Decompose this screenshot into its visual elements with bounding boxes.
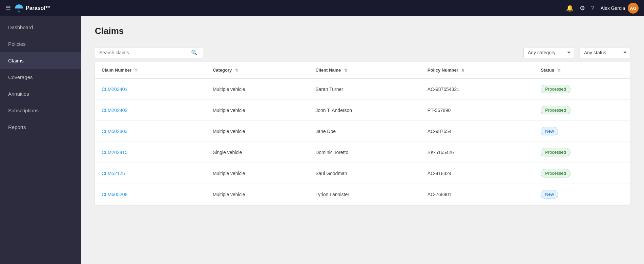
cell-claim-number: CLM52125	[95, 163, 206, 184]
claims-table: Claim Number ⇅ Category ⇅ Client Name ⇅ …	[95, 62, 630, 205]
cell-policy-number: PT-567890	[421, 100, 534, 121]
status-badge: Processed	[541, 85, 570, 93]
topnav-right: 🔔 ⚙ ? Alex Garcia AG	[566, 3, 639, 14]
col-header-client-name[interactable]: Client Name ⇅	[309, 62, 421, 78]
claim-link[interactable]: CLM605208	[102, 192, 127, 197]
status-badge: Processed	[541, 106, 570, 114]
user-menu[interactable]: Alex Garcia AG	[601, 3, 639, 14]
sidebar-item-claims[interactable]: Claims	[0, 52, 81, 69]
sidebar: Dashboard Policies Claims Coverages Annu…	[0, 16, 81, 264]
table-row: CLM202402 Multiple vehicle John T. Ander…	[95, 100, 630, 121]
search-box[interactable]: 🔍	[95, 47, 203, 58]
sort-icon-category: ⇅	[235, 68, 238, 72]
cell-category: Multiple vehicle	[206, 184, 309, 205]
hamburger-menu[interactable]: ☰	[5, 4, 11, 12]
claim-link[interactable]: CLM52125	[102, 171, 125, 176]
col-header-status[interactable]: Status ⇅	[534, 62, 630, 78]
claims-table-container: Claim Number ⇅ Category ⇅ Client Name ⇅ …	[95, 62, 630, 205]
page-title: Claims	[95, 26, 630, 36]
status-badge: New	[541, 127, 558, 135]
toolbar: 🔍 Any category Multiple vehicle Single v…	[81, 42, 644, 62]
avatar: AG	[628, 3, 639, 14]
main-content: Claims 🔍 Any category Multiple vehicle S…	[81, 16, 644, 264]
col-header-claim-number[interactable]: Claim Number ⇅	[95, 62, 206, 78]
cell-claim-number: CLM202415	[95, 142, 206, 163]
cell-status: New	[534, 121, 630, 142]
sort-icon-policy-number: ⇅	[461, 68, 464, 72]
app-name: Parasol™	[26, 5, 51, 11]
cell-claim-number: CLM605208	[95, 184, 206, 205]
cell-client-name: Tyrion Lannister	[309, 184, 421, 205]
table-row: CLM202415 Single vehicle Dominic Toretto…	[95, 142, 630, 163]
status-badge: New	[541, 190, 558, 199]
table-row: CLM502803 Multiple vehicle Jane Doe AC-9…	[95, 121, 630, 142]
cell-category: Multiple vehicle	[206, 100, 309, 121]
notification-icon[interactable]: 🔔	[566, 4, 574, 12]
col-header-policy-number[interactable]: Policy Number ⇅	[421, 62, 534, 78]
cell-category: Multiple vehicle	[206, 78, 309, 100]
sidebar-item-annuities[interactable]: Annuities	[0, 86, 81, 102]
claim-link[interactable]: CLM202401	[102, 87, 127, 92]
top-navigation: ☰ Parasol™ 🔔 ⚙ ? Alex Garcia AG	[0, 0, 644, 16]
cell-category: Multiple vehicle	[206, 163, 309, 184]
cell-status: Processed	[534, 163, 630, 184]
table-row: CLM605208 Multiple vehicle Tyrion Lannis…	[95, 184, 630, 205]
sort-icon-claim-number: ⇅	[135, 68, 138, 72]
sort-icon-status: ⇅	[558, 68, 561, 72]
cell-claim-number: CLM202402	[95, 100, 206, 121]
cell-category: Multiple vehicle	[206, 121, 309, 142]
cell-policy-number: BK-5165426	[421, 142, 534, 163]
cell-client-name: Jane Doe	[309, 121, 421, 142]
table-body: CLM202401 Multiple vehicle Sarah Turner …	[95, 78, 630, 205]
claim-link[interactable]: CLM202402	[102, 108, 127, 113]
page-header: Claims	[81, 16, 644, 42]
cell-policy-number: AC-418324	[421, 163, 534, 184]
sort-icon-client-name: ⇅	[344, 68, 347, 72]
sidebar-item-coverages[interactable]: Coverages	[0, 69, 81, 86]
status-filter[interactable]: Any status Processed New	[580, 47, 630, 58]
category-filter[interactable]: Any category Multiple vehicle Single veh…	[523, 47, 574, 58]
cell-client-name: Sarah Turner	[309, 78, 421, 100]
sidebar-item-dashboard[interactable]: Dashboard	[0, 19, 81, 36]
cell-policy-number: AC-987654	[421, 121, 534, 142]
cell-client-name: Dominic Toretto	[309, 142, 421, 163]
cell-claim-number: CLM502803	[95, 121, 206, 142]
status-badge: Processed	[541, 169, 570, 177]
settings-icon[interactable]: ⚙	[580, 4, 585, 12]
cell-status: Processed	[534, 78, 630, 100]
search-button[interactable]: 🔍	[190, 50, 199, 56]
cell-category: Single vehicle	[206, 142, 309, 163]
avatar-initials: AG	[630, 6, 637, 11]
cell-status: Processed	[534, 100, 630, 121]
sidebar-item-policies[interactable]: Policies	[0, 36, 81, 52]
umbrella-icon	[14, 3, 24, 13]
sidebar-item-reports[interactable]: Reports	[0, 119, 81, 135]
cell-client-name: John T. Anderson	[309, 100, 421, 121]
table-header: Claim Number ⇅ Category ⇅ Client Name ⇅ …	[95, 62, 630, 78]
topnav-left: ☰ Parasol™	[5, 3, 562, 13]
table-row: CLM52125 Multiple vehicle Saul Goodman A…	[95, 163, 630, 184]
help-icon[interactable]: ?	[591, 5, 595, 12]
status-badge: Processed	[541, 148, 570, 156]
search-input[interactable]	[99, 50, 190, 55]
cell-policy-number: AC-768901	[421, 184, 534, 205]
user-name-label: Alex Garcia	[601, 5, 625, 11]
cell-status: Processed	[534, 142, 630, 163]
table-row: CLM202401 Multiple vehicle Sarah Turner …	[95, 78, 630, 100]
claim-link[interactable]: CLM202415	[102, 150, 127, 155]
sidebar-item-subscriptions[interactable]: Subscriptions	[0, 102, 81, 119]
claim-link[interactable]: CLM502803	[102, 129, 127, 134]
cell-client-name: Saul Goodman	[309, 163, 421, 184]
cell-claim-number: CLM202401	[95, 78, 206, 100]
app-logo: Parasol™	[14, 3, 51, 13]
cell-policy-number: AC-987654321	[421, 78, 534, 100]
cell-status: New	[534, 184, 630, 205]
layout: Dashboard Policies Claims Coverages Annu…	[0, 16, 644, 264]
col-header-category[interactable]: Category ⇅	[206, 62, 309, 78]
